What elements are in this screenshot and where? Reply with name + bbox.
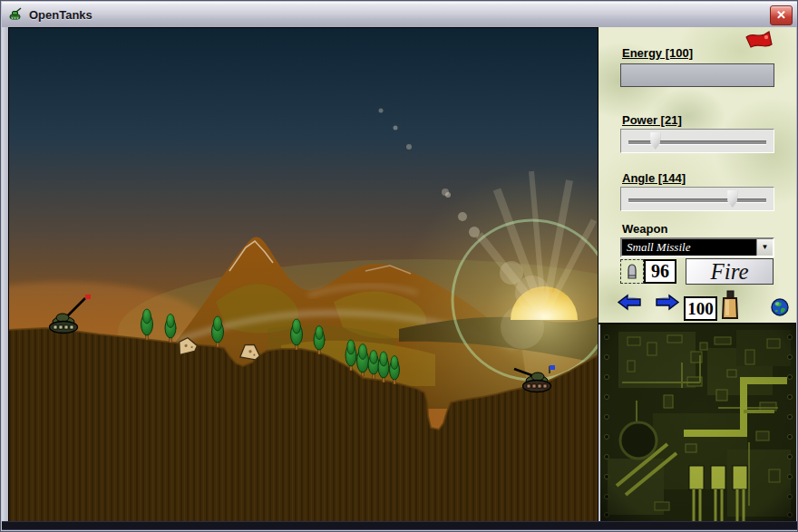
weapon-dropdown-button[interactable]: ▼	[756, 239, 773, 256]
app-icon	[7, 6, 24, 23]
window-title: OpenTanks	[29, 8, 92, 22]
ammo-type-button[interactable]	[620, 259, 644, 284]
angle-label: Angle [144]	[622, 171, 686, 185]
power-slider-thumb[interactable]	[650, 132, 660, 150]
prev-tank-button[interactable]	[617, 294, 642, 312]
earth-icon[interactable]	[771, 298, 789, 316]
blue-right-arrow-icon	[655, 294, 680, 312]
battlefield-scene	[9, 28, 598, 523]
energy-bar-fill	[621, 64, 774, 86]
power-label: Power [21]	[622, 113, 682, 127]
window-border-left	[2, 27, 8, 524]
angle-slider[interactable]	[620, 187, 774, 211]
ammo-count: 96	[644, 259, 676, 284]
weapon-selected-value: Small Missile	[622, 239, 756, 256]
next-tank-button[interactable]	[655, 294, 680, 312]
close-button[interactable]: ✕	[770, 5, 793, 25]
app-window: OpenTanks ✕	[0, 0, 798, 532]
blue-left-arrow-icon	[617, 294, 642, 312]
close-icon: ✕	[776, 8, 786, 22]
window-border-bottom	[2, 521, 798, 530]
minimap	[600, 324, 796, 524]
chevron-down-icon: ▼	[762, 243, 769, 251]
shell-icon	[627, 264, 637, 279]
game-canvas[interactable]	[8, 27, 598, 524]
fuel-bottle-icon	[720, 290, 740, 321]
control-panel: Energy [100] Power [21] Angle [144] Weap…	[598, 27, 796, 324]
fuel-count: 100	[684, 296, 717, 321]
red-flag-icon	[744, 30, 774, 53]
circuit-board-image	[600, 324, 796, 524]
angle-slider-thumb[interactable]	[727, 190, 737, 208]
energy-label: Energy [100]	[622, 46, 693, 60]
weapon-label: Weapon	[622, 222, 667, 236]
title-bar[interactable]: OpenTanks ✕	[2, 2, 798, 28]
power-slider[interactable]	[620, 129, 774, 153]
energy-bar	[620, 63, 774, 87]
fire-button[interactable]: Fire	[686, 258, 774, 285]
weapon-select[interactable]: Small Missile ▼	[620, 237, 774, 257]
